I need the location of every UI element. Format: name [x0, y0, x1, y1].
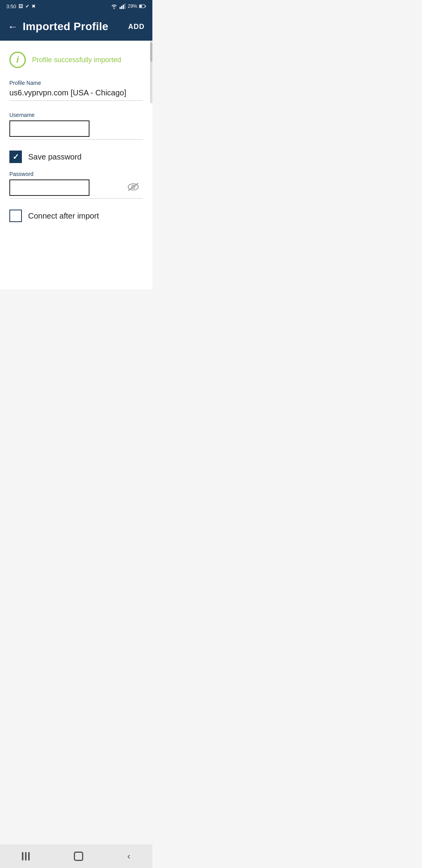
password-group: Password: [9, 171, 143, 199]
save-password-checkbox[interactable]: ✓: [9, 151, 22, 163]
status-right: 29%: [111, 4, 146, 9]
profile-name-value: us6.vyprvpn.com [USA - Chicago]: [9, 88, 143, 101]
status-time: 3:50: [6, 4, 16, 9]
password-row: [9, 179, 143, 196]
username-label: Username: [9, 112, 143, 118]
page-title: Imported Profile: [23, 20, 109, 33]
battery-icon: [139, 4, 146, 8]
app-bar: ← Imported Profile ADD: [0, 13, 152, 41]
save-password-label: Save password: [28, 152, 82, 161]
check-icon: ✔: [25, 4, 29, 9]
checkmark-icon: ✓: [13, 153, 19, 161]
username-group: Username: [9, 112, 143, 140]
svg-rect-1: [121, 6, 122, 9]
connect-after-import-label: Connect after import: [28, 212, 99, 221]
profile-name-label: Profile Name: [9, 80, 143, 86]
back-button[interactable]: ←: [8, 22, 18, 32]
success-row: i Profile successfully imported: [9, 52, 143, 68]
svg-rect-5: [139, 5, 142, 7]
battery-percent: 29%: [128, 4, 137, 9]
signal-icon: [120, 4, 126, 9]
close-icon: ✖: [32, 4, 36, 9]
connect-after-import-checkbox[interactable]: ✓: [9, 210, 22, 222]
password-underline: [9, 198, 143, 199]
success-message: Profile successfully imported: [32, 56, 121, 64]
save-password-row[interactable]: ✓ Save password: [9, 151, 143, 163]
connect-after-import-row[interactable]: ✓ Connect after import: [9, 210, 143, 222]
svg-rect-0: [120, 7, 121, 9]
content-area: i Profile successfully imported Profile …: [0, 41, 152, 289]
svg-rect-3: [124, 4, 125, 9]
wifi-icon: [111, 4, 118, 9]
username-underline: [9, 139, 143, 140]
info-letter: i: [16, 56, 19, 64]
status-left: 3:50 🖼 ✔ ✖: [6, 4, 36, 9]
password-input[interactable]: [9, 179, 89, 196]
scrollbar[interactable]: [150, 41, 152, 103]
info-circle-icon: i: [9, 52, 26, 68]
profile-name-group: Profile Name us6.vyprvpn.com [USA - Chic…: [9, 80, 143, 101]
svg-rect-6: [145, 6, 146, 7]
svg-rect-2: [123, 5, 124, 9]
eye-icon[interactable]: [127, 182, 139, 194]
username-input[interactable]: [9, 120, 89, 137]
status-bar: 3:50 🖼 ✔ ✖ 29%: [0, 0, 152, 13]
password-label: Password: [9, 171, 143, 177]
app-bar-left: ← Imported Profile: [8, 20, 109, 33]
scrollbar-thumb: [150, 42, 152, 62]
add-button[interactable]: ADD: [128, 23, 145, 31]
photo-icon: 🖼: [18, 4, 23, 9]
